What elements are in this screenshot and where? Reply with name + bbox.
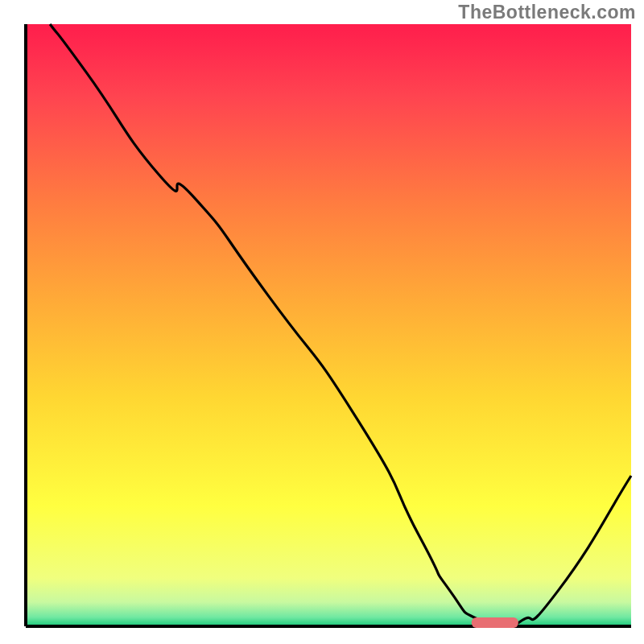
plot-background xyxy=(26,24,631,626)
chart-container: TheBottleneck.com xyxy=(0,0,644,644)
recommended-marker xyxy=(472,617,518,628)
bottleneck-chart xyxy=(0,0,644,644)
watermark-text: TheBottleneck.com xyxy=(458,2,636,23)
